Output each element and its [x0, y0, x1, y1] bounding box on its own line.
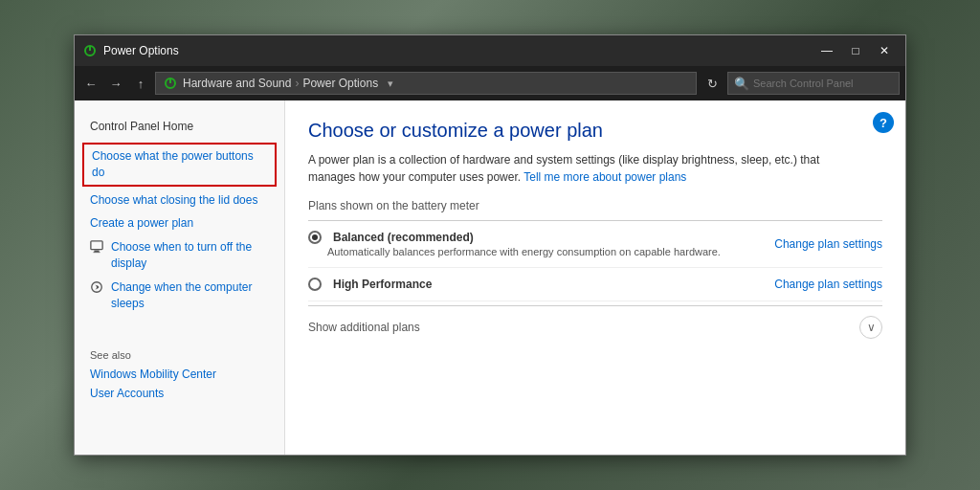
refresh-button[interactable]: ↻ — [701, 72, 724, 95]
show-additional-label: Show additional plans — [308, 321, 859, 334]
plans-container: Balanced (recommended) Automatically bal… — [308, 220, 882, 301]
window: Power Options — □ ✕ ← → ↑ Hardware a — [74, 34, 906, 456]
change-plan-link-high-performance[interactable]: Change plan settings — [774, 278, 882, 291]
monitor-icon — [90, 240, 105, 256]
search-icon: 🔍 — [734, 77, 749, 91]
change-plan-link-balanced[interactable]: Change plan settings — [774, 237, 882, 251]
breadcrumb: Hardware and Sound › Power Options — [183, 77, 378, 90]
sidebar-link-user-accounts[interactable]: User Accounts — [75, 384, 284, 403]
plan-name-high-performance: High Performance — [308, 278, 774, 291]
help-button[interactable]: ? — [873, 112, 894, 133]
sidebar-item-create-plan[interactable]: Create a power plan — [75, 212, 284, 235]
plan-row-balanced: Balanced (recommended) Automatically bal… — [308, 221, 882, 268]
svg-rect-4 — [91, 241, 102, 250]
plan-info-balanced: Balanced (recommended) Automatically bal… — [308, 231, 774, 257]
maximize-button[interactable]: □ — [842, 41, 869, 60]
svg-rect-6 — [94, 252, 100, 253]
plan-name-balanced: Balanced (recommended) — [308, 231, 774, 244]
svg-rect-1 — [89, 46, 91, 51]
sidebar-item-label-sleeps: Change when the computer sleeps — [111, 279, 269, 312]
plan-label-balanced: Balanced (recommended) — [333, 231, 474, 244]
title-bar: Power Options — □ ✕ — [75, 35, 905, 66]
sidebar-item-choose-power-buttons[interactable]: Choose what the power buttons do — [82, 143, 277, 187]
sidebar: Control Panel Home Choose what the power… — [75, 100, 285, 455]
see-also-label: See also — [75, 334, 284, 365]
sleep-icon — [90, 280, 105, 296]
address-field[interactable]: Hardware and Sound › Power Options ▾ — [155, 72, 697, 95]
content-area: Control Panel Home Choose what the power… — [75, 100, 905, 455]
address-chevron-icon[interactable]: ▾ — [388, 78, 393, 90]
plan-info-high-performance: High Performance — [308, 278, 774, 291]
sidebar-item-choose-lid[interactable]: Choose what closing the lid does — [75, 189, 284, 212]
sidebar-item-label-create-plan: Create a power plan — [90, 215, 193, 232]
sidebar-item-label-lid: Choose what closing the lid does — [90, 192, 257, 209]
main-panel: ? Choose or customize a power plan A pow… — [285, 100, 905, 455]
main-description: A power plan is a collection of hardware… — [308, 151, 844, 186]
sidebar-item-when-sleeps[interactable]: Change when the computer sleeps — [75, 276, 284, 316]
close-button[interactable]: ✕ — [871, 41, 898, 60]
svg-rect-3 — [169, 78, 171, 83]
sidebar-item-label-power-buttons: Choose what the power buttons do — [92, 148, 267, 181]
expand-plans-button[interactable]: ∨ — [859, 316, 882, 339]
breadcrumb-separator: › — [295, 77, 299, 90]
up-button[interactable]: ↑ — [130, 73, 151, 94]
desktop: Power Options — □ ✕ ← → ↑ Hardware a — [0, 0, 980, 490]
plan-desc-balanced: Automatically balances performance with … — [327, 246, 774, 257]
control-panel-home-link[interactable]: Control Panel Home — [75, 116, 284, 141]
sidebar-link-mobility[interactable]: Windows Mobility Center — [75, 365, 284, 384]
back-button[interactable]: ← — [80, 73, 101, 94]
search-input[interactable] — [753, 78, 893, 89]
breadcrumb-hardware[interactable]: Hardware and Sound — [183, 77, 291, 90]
window-controls: — □ ✕ — [813, 41, 898, 60]
plan-row-high-performance: High Performance Change plan settings — [308, 268, 882, 301]
breadcrumb-power-options[interactable]: Power Options — [302, 77, 378, 90]
radio-balanced[interactable] — [308, 231, 322, 244]
radio-inner-balanced — [312, 234, 318, 240]
minimize-button[interactable]: — — [813, 41, 840, 60]
forward-button[interactable]: → — [105, 73, 126, 94]
main-title: Choose or customize a power plan — [308, 120, 882, 142]
sidebar-item-label-turn-off: Choose when to turn off the display — [111, 239, 269, 272]
power-options-icon — [82, 43, 98, 58]
plans-section-label: Plans shown on the battery meter — [308, 199, 882, 212]
window-title: Power Options — [103, 44, 813, 57]
show-additional-plans-row: Show additional plans ∨ — [308, 305, 882, 348]
learn-more-link[interactable]: Tell me more about power plans — [523, 170, 686, 184]
address-bar: ← → ↑ Hardware and Sound › Power Options… — [75, 66, 905, 100]
svg-rect-5 — [94, 251, 99, 253]
control-panel-icon — [164, 77, 177, 90]
search-box[interactable]: 🔍 — [727, 72, 900, 95]
plan-label-high-performance: High Performance — [333, 278, 432, 291]
sidebar-item-turn-off-display[interactable]: Choose when to turn off the display — [75, 235, 284, 276]
radio-high-performance[interactable] — [308, 278, 322, 291]
